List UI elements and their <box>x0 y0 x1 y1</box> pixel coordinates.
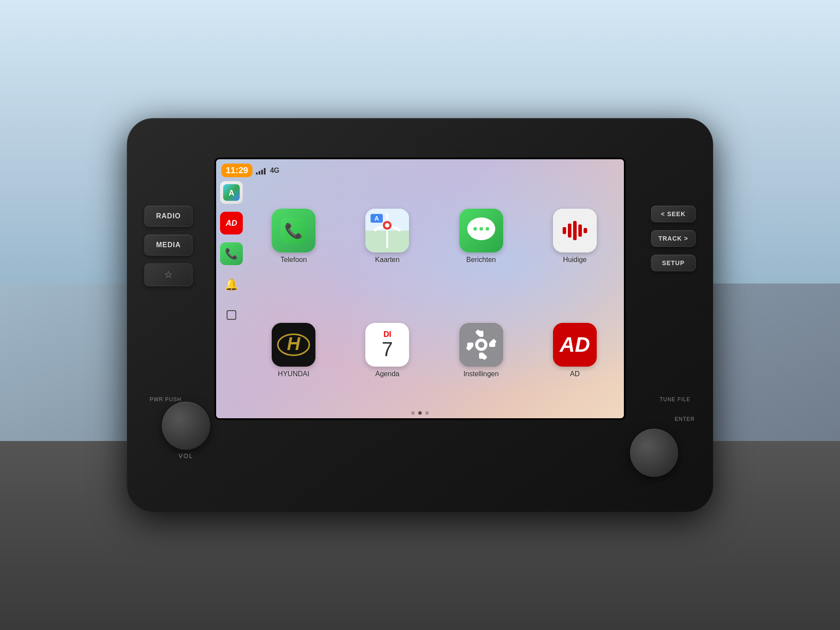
app-berichten[interactable]: Berichten <box>437 181 526 291</box>
svg-point-16 <box>480 227 483 231</box>
sidebar-maps-icon[interactable]: A <box>220 181 243 204</box>
app-ad[interactable]: AD AD <box>530 295 620 405</box>
svg-rect-20 <box>568 224 571 238</box>
network-label: 4G <box>270 167 279 175</box>
carplay-screen: 11:29 4G <box>216 159 624 418</box>
svg-rect-19 <box>563 227 566 234</box>
hyundai-icon: H <box>272 323 315 367</box>
sidebar-ad-text: AD <box>226 219 237 228</box>
sidebar-home-icon[interactable] <box>220 304 243 326</box>
enter-knob[interactable] <box>630 429 678 477</box>
svg-rect-21 <box>573 221 577 240</box>
signal-bar-3 <box>261 170 263 175</box>
ad-label: AD <box>570 370 580 378</box>
enter-knob-container <box>630 429 678 477</box>
right-buttons: < SEEK TRACK > SETUP <box>651 206 696 271</box>
huidige-icon <box>553 209 597 252</box>
left-buttons: RADIO MEDIA ☆ <box>144 206 192 286</box>
vol-label: VOL <box>162 452 210 459</box>
sidebar-phone-icon[interactable]: 📞 <box>220 242 243 265</box>
seek-button[interactable]: < SEEK <box>651 206 696 222</box>
telefoon-label: Telefoon <box>280 256 307 264</box>
hyundai-label: HYUNDAI <box>278 370 309 378</box>
app-grid: 📞 Telefoon <box>249 181 620 405</box>
signal-bar-2 <box>259 171 260 175</box>
screen-bezel: 11:29 4G <box>214 158 626 420</box>
setup-button[interactable]: SETUP <box>651 255 696 271</box>
volume-knob-container: VOL <box>162 402 210 459</box>
volume-knob[interactable] <box>162 402 210 450</box>
agenda-icon-inner: DI 7 <box>365 323 409 367</box>
track-button[interactable]: TRACK > <box>651 230 696 247</box>
app-telefoon[interactable]: 📞 Telefoon <box>249 181 338 291</box>
svg-text:AD: AD <box>559 333 590 356</box>
app-instellingen[interactable]: Instellingen <box>437 295 526 405</box>
sidebar-bell-icon[interactable]: 🔔 <box>220 273 243 296</box>
signal-bar-1 <box>256 172 258 175</box>
svg-point-15 <box>473 227 477 231</box>
sidebar-phone-icon-glyph: 📞 <box>225 248 238 260</box>
signal-bars <box>256 167 266 175</box>
huidige-label: Huidige <box>563 256 587 264</box>
tune-label: TUNE FILE <box>660 396 690 403</box>
instellingen-icon <box>459 323 503 367</box>
svg-text:A: A <box>374 215 379 222</box>
bell-icon: 🔔 <box>224 278 238 291</box>
svg-text:📞: 📞 <box>284 222 303 240</box>
instellingen-label: Instellingen <box>463 370 499 378</box>
svg-point-8 <box>385 223 389 228</box>
star-icon: ☆ <box>164 269 173 280</box>
svg-point-29 <box>478 342 484 348</box>
app-agenda[interactable]: DI 7 Agenda <box>343 295 432 405</box>
agenda-label: Agenda <box>375 370 399 378</box>
home-icon <box>227 310 236 320</box>
telefoon-icon: 📞 <box>272 209 315 252</box>
head-unit: RADIO MEDIA ☆ PWR PUSH VOL 11:29 <box>127 118 713 512</box>
berichten-label: Berichten <box>466 256 496 264</box>
page-dot-2[interactable] <box>425 411 429 415</box>
sidebar-ad-icon[interactable]: AD <box>220 212 243 234</box>
svg-text:H: H <box>287 333 301 354</box>
kaarten-icon: A <box>365 209 409 252</box>
page-dot-0[interactable] <box>411 411 415 415</box>
agenda-icon: DI 7 <box>365 323 409 367</box>
berichten-icon <box>459 209 503 252</box>
app-huidige[interactable]: Huidige <box>530 181 620 291</box>
ad-icon: AD <box>553 323 597 367</box>
svg-text:A: A <box>229 189 234 197</box>
radio-button[interactable]: RADIO <box>144 206 192 227</box>
app-hyundai[interactable]: H HYUNDAI <box>249 295 338 405</box>
favorites-button[interactable]: ☆ <box>144 263 192 286</box>
svg-rect-22 <box>578 224 582 237</box>
app-kaarten[interactable]: A Kaarten <box>343 181 432 291</box>
svg-rect-23 <box>584 228 587 233</box>
kaarten-label: Kaarten <box>375 256 399 264</box>
page-dots <box>216 411 624 415</box>
agenda-date: 7 <box>382 339 393 359</box>
svg-point-17 <box>486 227 489 231</box>
page-dot-1[interactable] <box>418 411 422 415</box>
sidebar: A AD 📞 🔔 <box>216 159 247 418</box>
media-button[interactable]: MEDIA <box>144 234 192 256</box>
enter-label: ENTER <box>675 416 695 422</box>
signal-bar-4 <box>264 168 266 175</box>
